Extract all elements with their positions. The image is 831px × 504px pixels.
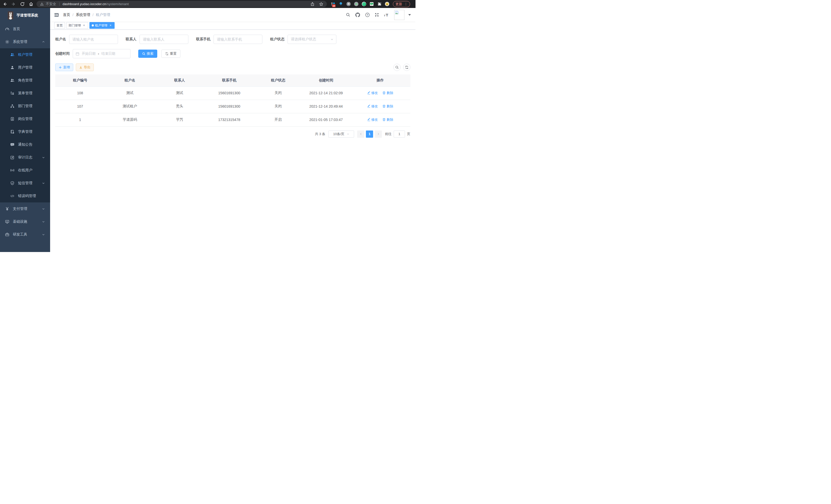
mobile-input[interactable] (213, 35, 262, 44)
sidebar-item-user[interactable]: 用户管理 (0, 61, 50, 74)
search-button[interactable]: 搜索 (138, 50, 157, 58)
delete-link[interactable]: 删除 (382, 91, 393, 95)
extension-badge: 10 (332, 4, 336, 7)
cell-contact: 秃头 (155, 100, 204, 113)
page-number-button[interactable]: 1 (366, 130, 373, 138)
status-select[interactable]: 请选择租户状态 (288, 35, 336, 44)
breadcrumb-home[interactable]: 首页 (63, 12, 70, 17)
browser-menu-icon[interactable]: ⋮ (404, 2, 407, 6)
yen-icon (5, 207, 9, 211)
back-icon[interactable] (3, 2, 7, 6)
sidebar-item-menu[interactable]: 菜单管理 (0, 87, 50, 100)
tenant-name-input[interactable] (69, 35, 118, 44)
avatar-caret-icon[interactable] (408, 14, 411, 16)
contact-input[interactable] (140, 35, 188, 44)
toggle-search-button[interactable] (393, 64, 401, 71)
reset-button[interactable]: 重置 (161, 50, 180, 58)
tab-dept[interactable]: 部门管理 × (66, 22, 88, 29)
user-avatar[interactable] (394, 10, 404, 20)
start-date-placeholder: 开始日期 (82, 51, 95, 56)
sidebar-item-home[interactable]: 首页 (0, 23, 50, 35)
bookmark-star-icon[interactable] (319, 2, 323, 6)
sidebar-item-post[interactable]: 岗位管理 (0, 113, 50, 125)
sidebar-item-notice[interactable]: 通知公告 (0, 138, 50, 151)
extension-emoji-icon[interactable] (385, 2, 389, 6)
table-row: 1 芋道源码 芋艿 17321315478 开启 2021-01-05 17:0… (55, 113, 410, 126)
sidebar-item-online-user[interactable]: 在线用户 (0, 164, 50, 177)
sidebar-item-dev-tools[interactable]: 研发工具 (0, 228, 50, 241)
command-glyph: ⌘ (347, 2, 350, 6)
menu-fold-icon[interactable] (54, 13, 59, 17)
add-button[interactable]: 新增 (55, 63, 73, 71)
sidebar-item-sms[interactable]: 短信管理 (0, 177, 50, 189)
chevron-down-icon (42, 220, 45, 223)
extension-chat-icon[interactable] (370, 2, 374, 6)
share-icon[interactable] (310, 2, 315, 6)
reload-icon[interactable] (20, 2, 25, 6)
security-label[interactable]: 不安全 (46, 2, 56, 6)
sidebar-item-infra[interactable]: 基础设施 (0, 215, 50, 228)
edit-link[interactable]: 修改 (367, 104, 378, 109)
next-page-button[interactable] (375, 130, 382, 138)
extension-command-icon[interactable]: ⌘ (346, 2, 351, 6)
edit-link[interactable]: 修改 (367, 117, 378, 122)
search-icon[interactable] (346, 12, 350, 17)
sidebar-item-dict[interactable]: 字典管理 (0, 125, 50, 138)
url-path: /system/tenant (106, 2, 129, 6)
tab-close-icon[interactable]: × (82, 24, 86, 27)
sidebar-item-label: 租户管理 (18, 52, 45, 57)
sidebar-item-pay[interactable]: 支付管理 (0, 202, 50, 215)
fullscreen-icon[interactable] (375, 12, 379, 17)
sidebar-item-label: 菜单管理 (18, 91, 45, 95)
sidebar-item-error-code[interactable]: 错误码管理 (0, 189, 50, 202)
edit-link[interactable]: 修改 (367, 91, 378, 95)
tab-tenant[interactable]: 租户管理 × (89, 22, 115, 29)
jump-page-input[interactable] (394, 130, 405, 138)
edit-link-label: 修改 (371, 117, 378, 122)
breadcrumb: 首页 / 系统管理 / 租户管理 (63, 12, 110, 17)
sidebar-item-role[interactable]: 角色管理 (0, 74, 50, 87)
browser-update-button[interactable]: 更新 ⋮ (393, 1, 410, 7)
github-icon[interactable] (355, 12, 360, 18)
forward-icon[interactable] (11, 2, 16, 6)
export-button[interactable]: 导出 (76, 63, 94, 71)
sidebar-item-audit-log[interactable]: 审计日志 (0, 151, 50, 164)
sidebar-item-system[interactable]: 系统管理 (0, 35, 50, 48)
prev-page-button[interactable] (357, 130, 364, 138)
delete-link-label: 删除 (386, 104, 393, 109)
date-range-input[interactable]: 开始日期 - 结束日期 (73, 49, 131, 58)
delete-link[interactable]: 删除 (382, 104, 393, 109)
cell-created: 2021-01-05 17:03:47 (302, 113, 350, 126)
page-size-select[interactable]: 10条/页 (328, 130, 354, 138)
tab-home[interactable]: 首页 (54, 22, 65, 29)
pen-square-icon (10, 155, 15, 159)
tenant-table: 租户编号 租户名 联系人 联系手机 租户状态 创建时间 操作 108 测试 测试 (55, 75, 410, 127)
tab-close-icon[interactable]: × (109, 24, 112, 27)
home-icon[interactable] (29, 2, 33, 6)
not-secure-icon (40, 2, 44, 6)
refresh-table-button[interactable] (403, 64, 410, 71)
extension-recorder-icon[interactable] (354, 2, 359, 6)
font-size-icon[interactable]: TT (384, 12, 389, 17)
broken-image-icon (395, 10, 399, 14)
extensions-puzzle-icon[interactable] (377, 2, 381, 6)
url-bar[interactable]: 不安全 dashboard.yudao.iocoder.cn/system/te… (36, 1, 327, 7)
chevron-down-icon (347, 132, 349, 136)
user-icon (10, 65, 15, 69)
sidebar-item-dept[interactable]: 部门管理 (0, 100, 50, 113)
status-label: 租户状态 (270, 37, 284, 41)
help-icon[interactable]: ? (365, 12, 370, 17)
extension-palette-icon[interactable]: 10 (331, 2, 335, 6)
cell-tenant-name: 测试租户 (105, 100, 154, 113)
extension-yuque-icon[interactable]: Y (362, 2, 366, 6)
app-logo[interactable]: 芋道管理系统 (0, 8, 50, 23)
sidebar-item-tenant[interactable]: 租户管理 (0, 48, 50, 61)
refresh-icon (165, 52, 169, 56)
filter-row-2: 创建时间 开始日期 - 结束日期 搜索 重置 (55, 49, 410, 58)
extension-balloon-icon[interactable] (339, 2, 343, 6)
url-text[interactable]: dashboard.yudao.iocoder.cn/system/tenant (63, 2, 129, 6)
breadcrumb-section[interactable]: 系统管理 (76, 12, 90, 17)
url-separator (59, 2, 60, 6)
edit-icon (367, 105, 371, 108)
delete-link[interactable]: 删除 (382, 117, 393, 122)
